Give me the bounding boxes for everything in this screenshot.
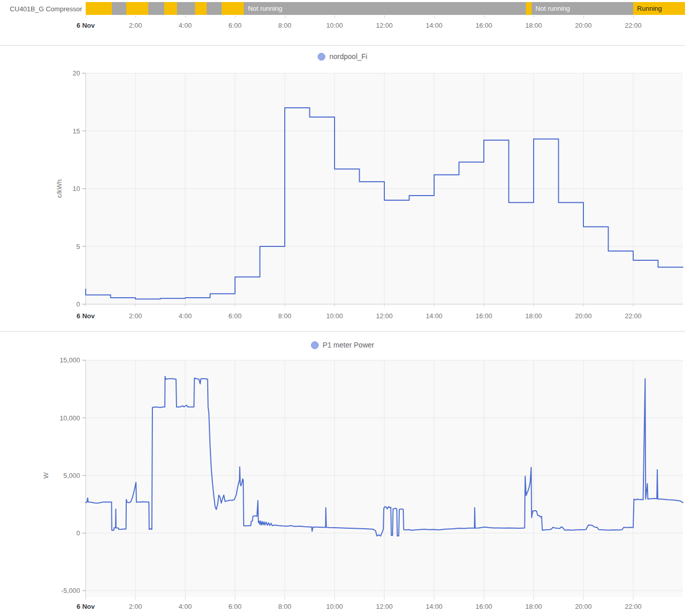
time-tick-label: 14:00: [426, 22, 443, 29]
x-tick-label: 6:00: [228, 603, 241, 610]
compressor-history-panel: CU401B_G Compressor Not runningNot runni…: [0, 0, 685, 45]
x-tick-label: 16:00: [476, 312, 493, 320]
y-tick-label: 5: [76, 243, 80, 251]
x-tick-label: 20:00: [575, 603, 592, 610]
y-axis-unit-label: W: [42, 472, 50, 478]
timeline-segment-running[interactable]: [86, 2, 112, 15]
timeline-segment-not_running[interactable]: Not running: [532, 2, 633, 15]
time-tick: [235, 15, 236, 18]
x-tick-label: 2:00: [129, 603, 142, 610]
time-tick: [384, 15, 385, 18]
time-tick: [86, 15, 86, 18]
x-tick-label: 6 Nov: [76, 603, 95, 610]
time-tick: [285, 15, 285, 18]
time-tick-label: 22:00: [625, 22, 642, 29]
timeline-segment-label: Not running: [244, 2, 526, 15]
nordpool-price-chart[interactable]: 051015206 Nov2:004:006:008:0010:0012:001…: [0, 46, 685, 331]
timeline-segment-running[interactable]: [126, 2, 148, 15]
x-tick-label: 6 Nov: [76, 312, 95, 320]
x-tick-label: 12:00: [376, 603, 393, 610]
y-tick-label: 15: [73, 127, 80, 135]
x-tick-label: 22:00: [625, 603, 642, 610]
timeline-segment-label: Not running: [532, 2, 633, 15]
x-tick-label: 16:00: [476, 603, 493, 610]
y-axis-unit-label: c/kWh: [55, 179, 63, 198]
x-tick-label: 4:00: [179, 312, 191, 320]
time-tick-label: 18:00: [525, 22, 542, 29]
timeline-segment-label: Running: [633, 2, 685, 15]
time-tick-label: 2:00: [129, 22, 142, 29]
x-tick-label: 18:00: [525, 603, 542, 610]
x-tick-label: 18:00: [525, 312, 542, 320]
y-tick-label: 0: [76, 300, 80, 308]
time-tick: [534, 15, 534, 18]
timeline-segment-not_running[interactable]: [148, 2, 164, 15]
x-tick-label: 8:00: [278, 603, 291, 610]
time-tick: [633, 15, 634, 18]
timeline-segment-running[interactable]: [526, 2, 531, 15]
timeline-segment-running[interactable]: [222, 2, 244, 15]
time-tick-label: 16:00: [476, 22, 493, 29]
y-tick-label: 15,000: [60, 356, 80, 364]
p1-meter-power-chart[interactable]: -5,00005,00010,00015,0006 Nov2:004:006:0…: [0, 332, 685, 616]
timeline-segment-running[interactable]: Running: [633, 2, 685, 15]
y-tick-label: 0: [76, 529, 80, 537]
time-tick-label: 4:00: [179, 22, 191, 29]
time-tick-label: 20:00: [575, 22, 592, 29]
timeline-segment-not_running[interactable]: [177, 2, 195, 15]
x-tick-label: 12:00: [376, 312, 393, 320]
x-tick-label: 6:00: [228, 312, 241, 320]
timeline-segment-not_running[interactable]: [207, 2, 222, 15]
x-tick-label: 8:00: [278, 312, 291, 320]
timeline-segment-not_running[interactable]: Not running: [244, 2, 526, 15]
time-tick: [583, 15, 584, 18]
time-tick: [434, 15, 435, 18]
time-tick: [135, 15, 136, 18]
time-tick-label: 10:00: [326, 22, 343, 29]
y-tick-label: 20: [73, 69, 80, 77]
x-tick-label: 14:00: [426, 312, 443, 320]
time-tick: [484, 15, 484, 18]
timeline-segment-running[interactable]: [195, 2, 207, 15]
x-tick-label: 2:00: [129, 312, 142, 320]
y-tick-label: -5,000: [61, 587, 80, 594]
x-tick-label: 14:00: [426, 603, 443, 610]
y-tick-label: 10,000: [60, 414, 80, 422]
y-tick-label: 10: [73, 185, 80, 192]
x-tick-label: 22:00: [625, 312, 642, 320]
timeline-entity-label: CU401B_G Compressor: [0, 5, 82, 13]
time-tick-label: 6 Nov: [76, 22, 94, 29]
x-tick-label: 20:00: [575, 312, 592, 320]
x-tick-label: 4:00: [179, 603, 191, 610]
time-tick-label: 12:00: [376, 22, 393, 29]
x-tick-label: 10:00: [326, 603, 343, 610]
compressor-state-timeline-bar[interactable]: Not runningNot runningRunning: [86, 2, 685, 15]
timeline-segment-running[interactable]: [164, 2, 177, 15]
time-tick: [185, 15, 186, 18]
x-tick-label: 10:00: [326, 312, 343, 320]
time-tick-label: 6:00: [228, 22, 241, 29]
time-tick: [335, 15, 335, 18]
time-tick-label: 8:00: [278, 22, 291, 29]
y-tick-label: 5,000: [63, 472, 80, 479]
timeline-segment-not_running[interactable]: [112, 2, 126, 15]
